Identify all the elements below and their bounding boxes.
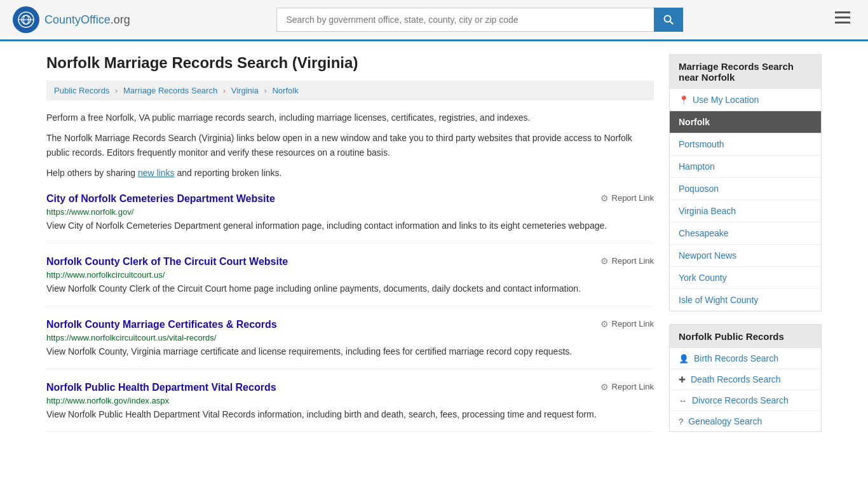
sidebar-york-county-link[interactable]: York County xyxy=(679,273,727,283)
result-url-3: https://www.norfolkcircuitcourt.us/vital… xyxy=(46,333,654,342)
sidebar-item-portsmouth[interactable]: Portsmouth xyxy=(670,133,821,156)
report-link-label-1: Report Link xyxy=(612,193,654,203)
result-title-1[interactable]: City of Norfolk Cemeteries Department We… xyxy=(46,193,275,205)
hamburger-icon xyxy=(835,11,850,24)
sidebar-public-records-title: Norfolk Public Records xyxy=(670,325,821,348)
page-title: Norfolk Marriage Records Search (Virgini… xyxy=(46,54,654,72)
sidebar-use-my-location[interactable]: 📍 Use My Location xyxy=(670,89,821,111)
result-item-3: Norfolk County Marriage Certificates & R… xyxy=(46,319,654,369)
result-title-4[interactable]: Norfolk Public Health Department Vital R… xyxy=(46,382,276,393)
result-header-4: Norfolk Public Health Department Vital R… xyxy=(46,382,654,393)
breadcrumb-marriage-records[interactable]: Marriage Records Search xyxy=(123,86,217,95)
person-icon: 👤 xyxy=(679,354,689,363)
sidebar-hampton-link[interactable]: Hampton xyxy=(679,161,715,172)
sidebar-isle-of-wight-link[interactable]: Isle of Wight County xyxy=(679,295,758,305)
report-link-label-2: Report Link xyxy=(612,256,654,266)
sidebar-item-isle-of-wight[interactable]: Isle of Wight County xyxy=(670,289,821,311)
description-3: Help others by sharing new links and rep… xyxy=(46,166,654,180)
header: CountyOffice.org xyxy=(0,0,868,41)
report-icon-1: ⚙ xyxy=(600,193,609,203)
sidebar-death-records[interactable]: ✚ Death Records Search xyxy=(670,369,821,390)
description-2: The Norfolk Marriage Records Search (Vir… xyxy=(46,131,654,159)
svg-rect-7 xyxy=(835,17,850,18)
report-link-label-3: Report Link xyxy=(612,319,654,329)
use-my-location-link[interactable]: Use My Location xyxy=(693,95,759,105)
logo: CountyOffice.org xyxy=(13,6,130,33)
result-title-3[interactable]: Norfolk County Marriage Certificates & R… xyxy=(46,319,277,330)
sidebar: Marriage Records Search near Norfolk 📍 U… xyxy=(669,54,822,445)
result-header-1: City of Norfolk Cemeteries Department We… xyxy=(46,193,654,205)
main-content: Norfolk Marriage Records Search (Virgini… xyxy=(46,54,654,445)
description-1: Perform a free Norfolk, VA public marria… xyxy=(46,111,654,125)
page-container: Norfolk Marriage Records Search (Virgini… xyxy=(34,41,834,458)
result-item-2: Norfolk County Clerk of The Circuit Cour… xyxy=(46,256,654,306)
divorce-records-link[interactable]: Divorce Records Search xyxy=(692,395,789,405)
sidebar-divorce-records[interactable]: ↔ Divorce Records Search xyxy=(670,390,821,411)
sidebar-item-hampton[interactable]: Hampton xyxy=(670,156,821,178)
sidebar-item-poquoson[interactable]: Poquoson xyxy=(670,178,821,200)
sidebar-item-virginia-beach[interactable]: Virginia Beach xyxy=(670,200,821,222)
result-url-4: http://www.norfolk.gov/index.aspx xyxy=(46,396,654,405)
result-desc-1: View City of Norfolk Cemeteries Departme… xyxy=(46,219,654,233)
svg-line-5 xyxy=(670,22,674,25)
report-icon-2: ⚙ xyxy=(600,256,609,266)
logo-icon xyxy=(13,6,39,33)
search-button[interactable] xyxy=(654,8,683,32)
report-link-4[interactable]: ⚙ Report Link xyxy=(600,382,654,392)
search-area xyxy=(276,8,683,32)
report-link-label-4: Report Link xyxy=(612,382,654,391)
cross-icon: ✚ xyxy=(679,375,686,384)
sidebar-item-chesapeake[interactable]: Chesapeake xyxy=(670,222,821,245)
sidebar-chesapeake-link[interactable]: Chesapeake xyxy=(679,228,729,238)
arrows-icon: ↔ xyxy=(679,396,687,405)
breadcrumb-public-records[interactable]: Public Records xyxy=(54,86,109,95)
question-icon: ? xyxy=(679,417,683,426)
breadcrumb-sep-2: › xyxy=(223,86,226,95)
report-link-1[interactable]: ⚙ Report Link xyxy=(600,193,654,203)
breadcrumb-sep-1: › xyxy=(115,86,118,95)
result-item-4: Norfolk Public Health Department Vital R… xyxy=(46,382,654,432)
sidebar-poquoson-link[interactable]: Poquoson xyxy=(679,184,719,194)
sidebar-item-york-county[interactable]: York County xyxy=(670,267,821,289)
result-desc-4: View Norfolk Public Health Department Vi… xyxy=(46,408,654,421)
search-input[interactable] xyxy=(276,8,654,32)
svg-rect-8 xyxy=(835,22,850,24)
breadcrumb: Public Records › Marriage Records Search… xyxy=(46,81,654,100)
sidebar-public-records-section: Norfolk Public Records 👤 Birth Records S… xyxy=(669,324,822,432)
result-url-1: https://www.norfolk.gov/ xyxy=(46,207,654,217)
result-url-2: http://www.norfolkcircuitcourt.us/ xyxy=(46,270,654,280)
sidebar-virginia-beach-link[interactable]: Virginia Beach xyxy=(679,206,736,216)
sidebar-birth-records[interactable]: 👤 Birth Records Search xyxy=(670,348,821,369)
sidebar-newport-news-link[interactable]: Newport News xyxy=(679,250,736,261)
svg-point-4 xyxy=(665,16,671,22)
sidebar-marriage-section: Marriage Records Search near Norfolk 📍 U… xyxy=(669,54,822,311)
result-desc-2: View Norfolk County Clerk of the Circuit… xyxy=(46,282,654,295)
report-icon-4: ⚙ xyxy=(600,382,609,392)
birth-records-link[interactable]: Birth Records Search xyxy=(694,353,778,363)
report-link-3[interactable]: ⚙ Report Link xyxy=(600,319,654,329)
result-item-1: City of Norfolk Cemeteries Department We… xyxy=(46,193,654,243)
location-icon: 📍 xyxy=(679,95,689,105)
sidebar-item-newport-news[interactable]: Newport News xyxy=(670,245,821,267)
breadcrumb-norfolk[interactable]: Norfolk xyxy=(272,86,298,95)
svg-rect-6 xyxy=(835,11,850,13)
result-title-2[interactable]: Norfolk County Clerk of The Circuit Cour… xyxy=(46,256,288,268)
genealogy-link[interactable]: Genealogy Search xyxy=(688,416,762,426)
breadcrumb-sep-3: › xyxy=(264,86,267,95)
result-header-3: Norfolk County Marriage Certificates & R… xyxy=(46,319,654,330)
sidebar-norfolk-link[interactable]: Norfolk xyxy=(679,117,710,127)
sidebar-marriage-title: Marriage Records Search near Norfolk xyxy=(670,55,821,89)
sidebar-portsmouth-link[interactable]: Portsmouth xyxy=(679,139,724,149)
result-desc-3: View Norfolk County, Virginia marriage c… xyxy=(46,345,654,358)
menu-button[interactable] xyxy=(830,9,855,30)
breadcrumb-virginia[interactable]: Virginia xyxy=(231,86,259,95)
new-links-link[interactable]: new links xyxy=(138,168,175,178)
sidebar-item-norfolk[interactable]: Norfolk xyxy=(670,111,821,133)
sidebar-genealogy[interactable]: ? Genealogy Search xyxy=(670,411,821,431)
logo-text: CountyOffice.org xyxy=(44,13,130,27)
search-icon xyxy=(663,15,674,25)
result-header-2: Norfolk County Clerk of The Circuit Cour… xyxy=(46,256,654,268)
death-records-link[interactable]: Death Records Search xyxy=(691,374,781,384)
report-icon-3: ⚙ xyxy=(600,319,609,329)
report-link-2[interactable]: ⚙ Report Link xyxy=(600,256,654,266)
